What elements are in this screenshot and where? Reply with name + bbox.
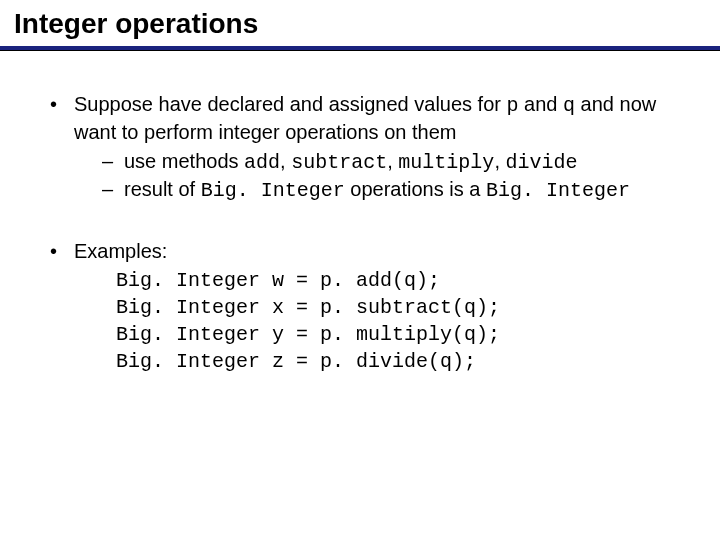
slide: { "title": "Integer operations", "bullet…	[0, 0, 720, 540]
bullet-intro: Suppose have declared and assigned value…	[46, 91, 690, 204]
text: operations is a	[345, 178, 486, 200]
code-method-divide: divide	[506, 151, 578, 174]
slide-body: Suppose have declared and assigned value…	[0, 51, 720, 419]
text: use methods	[124, 150, 244, 172]
code-var-p: p	[507, 94, 519, 117]
text: ,	[494, 150, 505, 172]
text: Suppose have declared and assigned value…	[74, 93, 507, 115]
code-line: Big. Integer z = p. divide(q);	[116, 348, 690, 375]
code-line: Big. Integer w = p. add(q);	[116, 267, 690, 294]
slide-title: Integer operations	[0, 0, 720, 46]
code-line: Big. Integer y = p. multiply(q);	[116, 321, 690, 348]
code-type-biginteger: Big. Integer	[201, 179, 345, 202]
code-method-multiply: multiply	[398, 151, 494, 174]
subbullet-methods: use methods add, subtract, multiply, div…	[102, 148, 690, 176]
code-type-biginteger: Big. Integer	[486, 179, 630, 202]
code-method-add: add	[244, 151, 280, 174]
text: ,	[387, 150, 398, 172]
text: result of	[124, 178, 201, 200]
examples-heading: Examples:	[74, 240, 167, 262]
subbullet-result: result of Big. Integer operations is a B…	[102, 176, 690, 204]
code-var-q: q	[563, 94, 575, 117]
text: ,	[280, 150, 291, 172]
text: and	[519, 93, 563, 115]
bullet-examples: Examples: Big. Integer w = p. add(q); Bi…	[46, 238, 690, 375]
code-method-subtract: subtract	[291, 151, 387, 174]
code-line: Big. Integer x = p. subtract(q);	[116, 294, 690, 321]
